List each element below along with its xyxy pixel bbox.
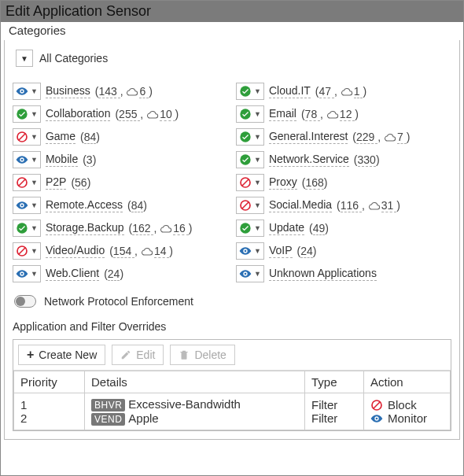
category-name[interactable]: VoIP bbox=[269, 244, 293, 258]
details-value: VENDApple bbox=[91, 411, 298, 426]
category-cloud-count: 6 bbox=[139, 85, 149, 98]
category-name[interactable]: Business bbox=[46, 84, 90, 98]
block-icon bbox=[16, 176, 28, 189]
trash-icon bbox=[179, 349, 190, 360]
category-action-dropdown[interactable]: ▼ bbox=[236, 174, 264, 191]
category-grid: ▼Business (143 , 6 )▼Cloud.IT (47 , 1 )▼… bbox=[13, 83, 451, 282]
category-cloud-count: 16 bbox=[173, 222, 188, 235]
chevron-down-icon: ▼ bbox=[254, 156, 261, 164]
col-details[interactable]: Details bbox=[85, 371, 305, 393]
chevron-down-icon: ▼ bbox=[31, 133, 38, 141]
category-counts[interactable]: (143 , 6 ) bbox=[95, 85, 153, 98]
category-action-dropdown[interactable]: ▼ bbox=[13, 242, 41, 260]
category-action-dropdown[interactable]: ▼ bbox=[13, 197, 41, 214]
category-count: 49 bbox=[313, 222, 326, 235]
delete-button[interactable]: Delete bbox=[170, 345, 234, 365]
category-counts[interactable]: (47 , 1 ) bbox=[315, 85, 366, 98]
category-action-dropdown[interactable]: ▼ bbox=[236, 151, 264, 168]
overrides-toolbar: + Create New Edit Delete bbox=[13, 340, 451, 371]
category-name[interactable]: P2P bbox=[46, 175, 66, 190]
category-action-dropdown[interactable]: ▼ bbox=[13, 83, 41, 100]
category-action-dropdown[interactable]: ▼ bbox=[13, 220, 41, 237]
action-value: Monitor bbox=[370, 411, 444, 425]
chevron-down-icon: ▼ bbox=[254, 179, 261, 186]
chevron-down-icon: ▼ bbox=[31, 201, 38, 209]
category-name[interactable]: Video/Audio bbox=[46, 244, 105, 258]
chevron-down-icon: ▼ bbox=[254, 270, 261, 278]
svg-point-14 bbox=[240, 223, 250, 233]
category-name[interactable]: Remote.Access bbox=[46, 198, 123, 212]
category-count: 154 bbox=[113, 245, 134, 258]
category-counts[interactable]: (154 , 14 ) bbox=[109, 245, 173, 257]
category-cloud-count: 1 bbox=[354, 85, 363, 98]
npe-toggle[interactable] bbox=[14, 295, 36, 308]
category-action-dropdown[interactable]: ▼ bbox=[13, 105, 41, 123]
category-name[interactable]: Social.Media bbox=[269, 198, 332, 212]
category-action-dropdown[interactable]: ▼ bbox=[236, 197, 264, 214]
category-counts[interactable]: (56) bbox=[71, 176, 90, 189]
category-action-dropdown[interactable]: ▼ bbox=[236, 265, 264, 282]
priority-value: 2 bbox=[20, 411, 78, 425]
chevron-down-icon: ▼ bbox=[31, 179, 38, 186]
category-count: 78 bbox=[305, 108, 320, 121]
svg-line-12 bbox=[242, 202, 249, 208]
category-name[interactable]: Game bbox=[46, 130, 75, 144]
category-action-dropdown[interactable]: ▼ bbox=[13, 128, 41, 146]
all-categories-dropdown[interactable]: ▼ bbox=[16, 50, 33, 67]
monitor-icon bbox=[239, 245, 252, 257]
category-name[interactable]: Collaboration bbox=[46, 107, 111, 121]
allow-icon bbox=[239, 85, 252, 98]
category-action-dropdown[interactable]: ▼ bbox=[236, 128, 264, 146]
category-count: 229 bbox=[356, 131, 377, 144]
category-name[interactable]: Email bbox=[269, 107, 296, 121]
category-action-dropdown[interactable]: ▼ bbox=[13, 265, 41, 282]
category-row: ▼Web.Client (24) bbox=[13, 265, 228, 282]
category-name[interactable]: Storage.Backup bbox=[46, 221, 124, 235]
category-name[interactable]: Mobile bbox=[46, 153, 78, 167]
all-categories-label: All Categories bbox=[39, 52, 108, 65]
category-count: 143 bbox=[98, 85, 120, 98]
category-counts[interactable]: (84) bbox=[80, 131, 100, 143]
col-type[interactable]: Type bbox=[305, 371, 364, 393]
category-counts[interactable]: (116 , 31 ) bbox=[337, 199, 400, 212]
edit-button[interactable]: Edit bbox=[112, 345, 164, 365]
category-action-dropdown[interactable]: ▼ bbox=[236, 242, 264, 260]
type-value: Filter bbox=[311, 411, 357, 425]
col-priority[interactable]: Priority bbox=[14, 371, 85, 393]
col-action[interactable]: Action bbox=[364, 371, 451, 393]
category-counts[interactable]: (24) bbox=[104, 268, 123, 280]
category-counts[interactable]: (229 , 7 ) bbox=[352, 131, 410, 143]
category-action-dropdown[interactable]: ▼ bbox=[236, 220, 264, 237]
chevron-down-icon: ▼ bbox=[31, 156, 38, 164]
category-action-dropdown[interactable]: ▼ bbox=[236, 105, 264, 123]
category-counts[interactable]: (162 , 16 ) bbox=[129, 222, 193, 234]
category-counts[interactable]: (24) bbox=[297, 245, 317, 257]
category-name[interactable]: Update bbox=[269, 221, 304, 235]
allow-icon bbox=[239, 131, 252, 143]
category-counts[interactable]: (78 , 12 ) bbox=[301, 108, 359, 120]
category-name[interactable]: Network.Service bbox=[269, 153, 349, 167]
category-action-dropdown[interactable]: ▼ bbox=[13, 151, 41, 168]
category-action-dropdown[interactable]: ▼ bbox=[13, 174, 41, 191]
category-name[interactable]: General.Interest bbox=[269, 130, 348, 144]
category-row: ▼General.Interest (229 , 7 ) bbox=[236, 128, 451, 146]
chevron-down-icon: ▼ bbox=[254, 133, 261, 141]
category-action-dropdown[interactable]: ▼ bbox=[236, 83, 264, 100]
category-counts[interactable]: (3) bbox=[83, 153, 96, 166]
category-counts[interactable]: (49) bbox=[309, 222, 329, 234]
block-icon bbox=[239, 199, 252, 212]
category-counts[interactable]: (84) bbox=[127, 199, 147, 212]
category-count: 330 bbox=[358, 153, 376, 167]
category-counts[interactable]: (255 , 10 ) bbox=[115, 108, 179, 120]
svg-point-5 bbox=[240, 131, 250, 142]
category-count: 56 bbox=[75, 176, 87, 190]
svg-line-10 bbox=[242, 179, 249, 186]
category-name[interactable]: Web.Client bbox=[46, 267, 99, 281]
category-counts[interactable]: (168) bbox=[302, 176, 328, 189]
category-name[interactable]: Proxy bbox=[269, 175, 297, 190]
create-new-button[interactable]: + Create New bbox=[18, 345, 105, 365]
category-name[interactable]: Cloud.IT bbox=[269, 84, 311, 98]
category-name[interactable]: Unknown Applications bbox=[269, 267, 377, 281]
category-counts[interactable]: (330) bbox=[354, 153, 380, 166]
category-row: ▼Network.Service (330) bbox=[236, 151, 451, 168]
